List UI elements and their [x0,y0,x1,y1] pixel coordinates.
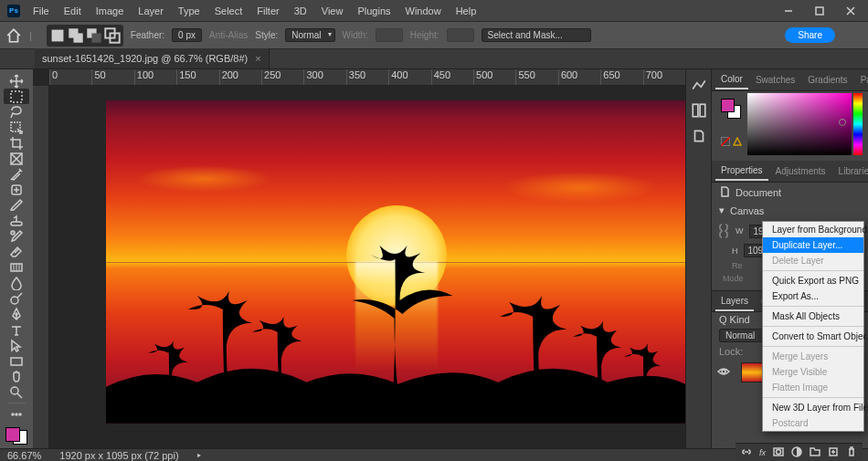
mask-icon[interactable] [773,446,784,459]
svg-rect-24 [693,104,698,117]
dock-icon-3[interactable] [691,128,707,144]
dock-icon-1[interactable] [691,77,707,93]
tab-swatches[interactable]: Swatches [750,71,800,89]
dock-icon-2[interactable] [691,102,707,119]
home-icon[interactable] [5,27,22,44]
select-and-mask-button[interactable]: Select and Mask... [482,28,591,42]
menu-window[interactable]: Window [398,0,449,22]
minimize-button[interactable] [773,0,804,22]
menu-select[interactable]: Select [207,0,250,22]
menu-help[interactable]: Help [449,0,484,22]
menu-3d[interactable]: 3D [287,0,314,22]
color-picker[interactable] [747,93,852,155]
maximize-button[interactable] [804,0,835,22]
tab-layers[interactable]: Layers [715,292,754,311]
document-tab-bar: sunset-1651426_1920.jpg @ 66.7% (RGB/8#)… [0,49,868,69]
color-well[interactable] [721,99,741,119]
chevron-down-icon[interactable]: ▾ [719,204,725,216]
delete-layer-icon[interactable] [846,446,857,459]
new-layer-icon[interactable] [828,446,839,459]
tab-properties[interactable]: Properties [715,162,768,181]
ctx-mask-all-objects[interactable]: Mask All Objects [763,309,863,324]
svg-point-17 [11,297,18,304]
menu-file[interactable]: File [26,0,57,22]
tab-color[interactable]: Color [715,70,748,89]
antialias-checkbox: Anti-Alias [209,30,248,40]
color-panel-tabs: ColorSwatchesGradientsPatterns [712,69,868,91]
zoom-tool[interactable] [4,384,29,400]
add-selection-icon[interactable] [68,27,84,44]
tab-libraries[interactable]: Libraries [833,162,868,180]
tab-gradients[interactable]: Gradients [802,71,852,89]
share-button[interactable]: Share [785,27,835,43]
eyedropper-tool[interactable] [4,166,29,182]
close-tab-icon[interactable]: × [255,53,260,64]
link-layers-icon[interactable] [741,446,752,459]
visibility-icon[interactable] [717,367,730,378]
brush-tool[interactable] [4,198,29,214]
crop-tool[interactable] [4,135,29,151]
history-brush-tool[interactable] [4,229,29,245]
document-canvas[interactable] [106,100,685,424]
zoom-level[interactable]: 66.67% [7,450,41,461]
clone-stamp-tool[interactable] [4,214,29,229]
menu-filter[interactable]: Filter [249,0,286,22]
style-select[interactable]: Normal [285,28,334,42]
tab-patterns[interactable]: Patterns [855,71,868,89]
path-selection-tool[interactable] [4,338,29,353]
marquee-tool[interactable] [4,89,29,104]
menu-view[interactable]: View [314,0,351,22]
hand-tool[interactable] [4,369,29,384]
warning-icon [733,137,742,148]
link-dimensions-icon[interactable] [719,222,728,240]
ctx-layer-from-background[interactable]: Layer from Background... [763,222,863,237]
ctx-duplicate-layer[interactable]: Duplicate Layer... [763,237,863,253]
options-bar: | Feather: 0 px Anti-Alias Style: Normal… [0,22,868,49]
height-label: H [732,246,738,256]
frame-tool[interactable] [4,151,29,166]
gradient-tool[interactable] [4,260,29,276]
adjustment-layer-icon[interactable] [791,446,802,459]
menu-edit[interactable]: Edit [57,0,89,22]
ctx-convert-to-smart-object[interactable]: Convert to Smart Object [763,329,863,344]
ctx-quick-export-as-png[interactable]: Quick Export as PNG [763,273,863,288]
move-tool[interactable] [4,73,29,89]
ctx-delete-layer: Delete Layer [763,253,863,268]
menu-layer[interactable]: Layer [131,0,171,22]
healing-brush-tool[interactable] [4,182,29,197]
svg-point-29 [777,449,781,454]
rectangle-tool[interactable] [4,353,29,369]
svg-point-22 [16,414,17,415]
tab-adjustments[interactable]: Adjustments [770,162,831,180]
edit-toolbar-button[interactable] [4,406,29,422]
ctx-new-3d-layer-from-file[interactable]: New 3D Layer from File... [763,400,863,415]
close-button[interactable] [835,0,866,22]
hue-slider[interactable] [853,93,863,155]
subtract-selection-icon[interactable] [86,27,102,44]
object-selection-tool[interactable] [4,120,29,135]
mode-label: Mode [723,274,744,283]
menu-type[interactable]: Type [171,0,207,22]
ctx-export-as[interactable]: Export As... [763,288,863,304]
document-tab[interactable]: sunset-1651426_1920.jpg @ 66.7% (RGB/8#)… [35,48,270,68]
svg-rect-6 [91,33,101,42]
menu-plugins[interactable]: Plugins [350,0,397,22]
pen-tool[interactable] [4,307,29,322]
blur-tool[interactable] [4,276,29,291]
eraser-tool[interactable] [4,245,29,260]
menu-image[interactable]: Image [89,0,132,22]
window-controls [773,0,866,22]
feather-input[interactable]: 0 px [172,28,202,42]
new-selection-icon[interactable] [49,27,66,44]
group-icon[interactable] [810,446,820,459]
intersect-selection-icon[interactable] [104,27,121,44]
dodge-tool[interactable] [4,291,29,307]
foreground-background-colors[interactable] [5,427,27,445]
kind-filter-label: Q Kind [719,314,750,325]
no-color-icon[interactable] [721,137,730,148]
type-tool[interactable] [4,322,29,338]
lasso-tool[interactable] [4,104,29,120]
document-dimensions: 1920 px x 1095 px (72 ppi) [59,450,178,461]
resolution-label: Re [732,261,743,270]
fx-icon[interactable]: fx [759,448,766,457]
